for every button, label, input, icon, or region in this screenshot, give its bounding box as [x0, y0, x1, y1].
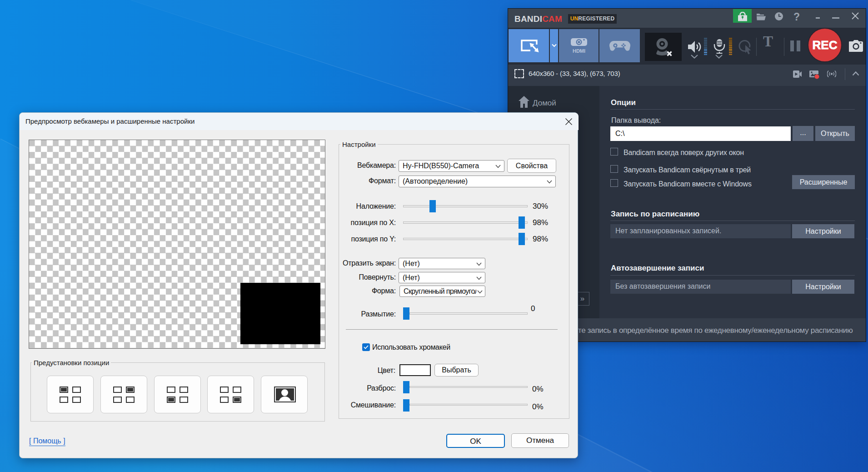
- svg-text:HDMI: HDMI: [573, 48, 585, 54]
